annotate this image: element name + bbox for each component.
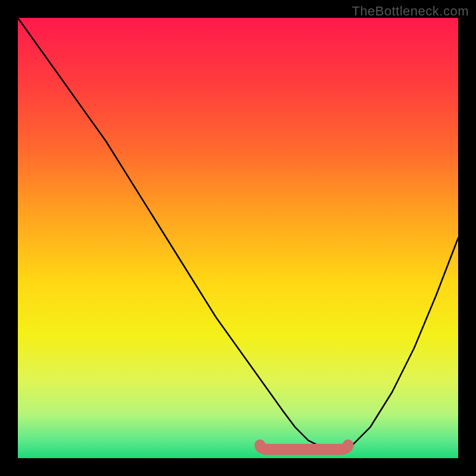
watermark-text: TheBottleneck.com	[352, 4, 469, 19]
gradient-rect	[18, 18, 458, 458]
plot-area	[18, 18, 458, 458]
chart-frame: TheBottleneck.com	[0, 0, 476, 476]
gradient-background	[18, 18, 458, 458]
